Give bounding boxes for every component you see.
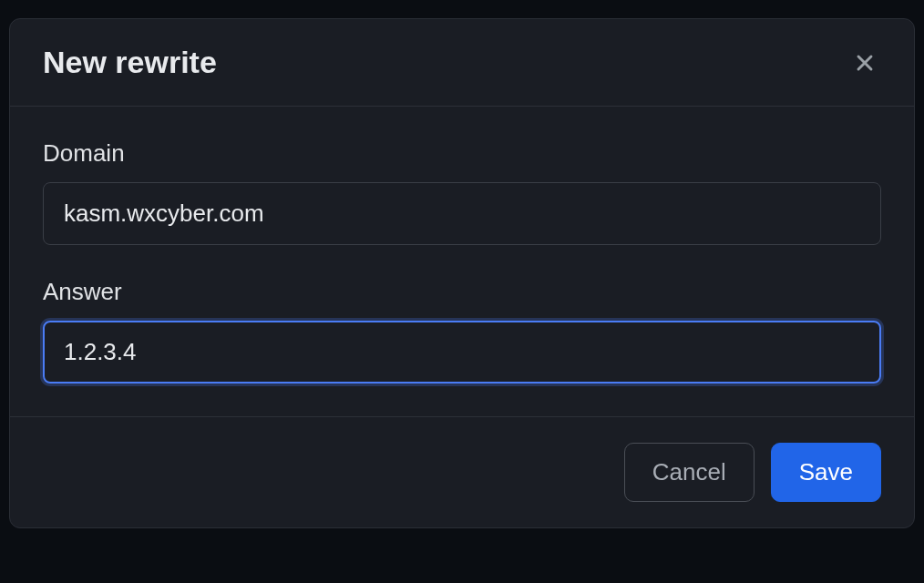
domain-label: Domain [43, 139, 881, 168]
save-button[interactable]: Save [771, 443, 881, 502]
domain-input[interactable] [43, 182, 881, 245]
answer-field-group: Answer [43, 278, 881, 384]
domain-field-group: Domain [43, 139, 881, 245]
answer-input[interactable] [43, 321, 881, 384]
answer-label: Answer [43, 278, 881, 306]
modal-body: Domain Answer [10, 107, 914, 416]
new-rewrite-modal: New rewrite Domain Answer Cancel Save [9, 18, 915, 528]
close-button[interactable] [848, 46, 881, 79]
modal-title: New rewrite [43, 45, 217, 80]
close-icon [852, 50, 878, 76]
cancel-button[interactable]: Cancel [624, 443, 755, 502]
modal-footer: Cancel Save [10, 416, 914, 527]
modal-header: New rewrite [10, 19, 914, 107]
